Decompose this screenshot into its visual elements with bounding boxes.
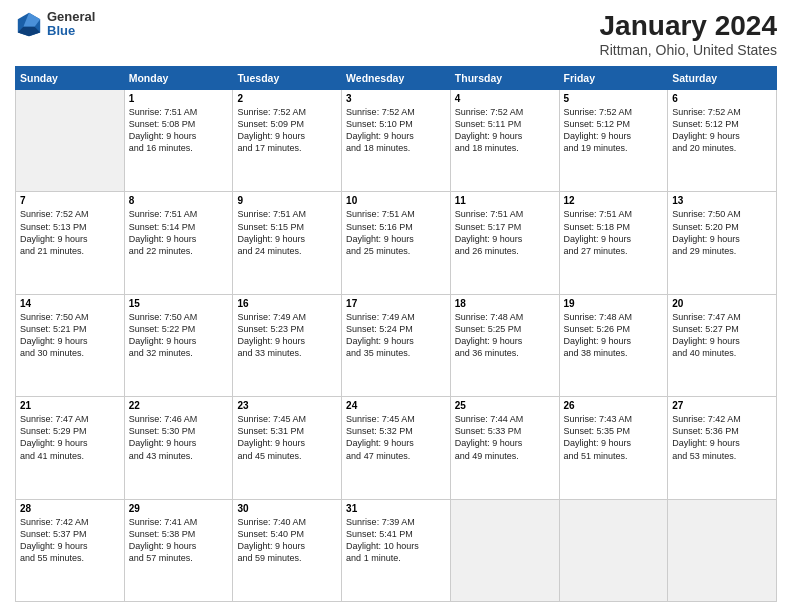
calendar-cell: 17Sunrise: 7:49 AM Sunset: 5:24 PM Dayli… — [342, 294, 451, 396]
calendar-table: Sunday Monday Tuesday Wednesday Thursday… — [15, 66, 777, 602]
header-monday: Monday — [124, 67, 233, 90]
day-info: Sunrise: 7:50 AM Sunset: 5:20 PM Dayligh… — [672, 208, 772, 257]
day-info: Sunrise: 7:48 AM Sunset: 5:26 PM Dayligh… — [564, 311, 664, 360]
header-friday: Friday — [559, 67, 668, 90]
day-number: 8 — [129, 195, 229, 206]
day-info: Sunrise: 7:51 AM Sunset: 5:18 PM Dayligh… — [564, 208, 664, 257]
day-info: Sunrise: 7:51 AM Sunset: 5:14 PM Dayligh… — [129, 208, 229, 257]
day-number: 17 — [346, 298, 446, 309]
day-info: Sunrise: 7:49 AM Sunset: 5:24 PM Dayligh… — [346, 311, 446, 360]
day-info: Sunrise: 7:41 AM Sunset: 5:38 PM Dayligh… — [129, 516, 229, 565]
day-number: 9 — [237, 195, 337, 206]
day-number: 1 — [129, 93, 229, 104]
week-row-2: 7Sunrise: 7:52 AM Sunset: 5:13 PM Daylig… — [16, 192, 777, 294]
calendar-cell — [450, 499, 559, 601]
calendar-cell: 23Sunrise: 7:45 AM Sunset: 5:31 PM Dayli… — [233, 397, 342, 499]
day-number: 12 — [564, 195, 664, 206]
day-number: 4 — [455, 93, 555, 104]
day-info: Sunrise: 7:52 AM Sunset: 5:12 PM Dayligh… — [672, 106, 772, 155]
day-info: Sunrise: 7:52 AM Sunset: 5:13 PM Dayligh… — [20, 208, 120, 257]
day-number: 14 — [20, 298, 120, 309]
day-info: Sunrise: 7:52 AM Sunset: 5:12 PM Dayligh… — [564, 106, 664, 155]
calendar-cell: 12Sunrise: 7:51 AM Sunset: 5:18 PM Dayli… — [559, 192, 668, 294]
day-number: 15 — [129, 298, 229, 309]
calendar-cell: 5Sunrise: 7:52 AM Sunset: 5:12 PM Daylig… — [559, 90, 668, 192]
day-info: Sunrise: 7:48 AM Sunset: 5:25 PM Dayligh… — [455, 311, 555, 360]
logo-icon — [15, 10, 43, 38]
day-info: Sunrise: 7:46 AM Sunset: 5:30 PM Dayligh… — [129, 413, 229, 462]
weekday-header-row: Sunday Monday Tuesday Wednesday Thursday… — [16, 67, 777, 90]
day-number: 11 — [455, 195, 555, 206]
calendar-cell: 6Sunrise: 7:52 AM Sunset: 5:12 PM Daylig… — [668, 90, 777, 192]
week-row-5: 28Sunrise: 7:42 AM Sunset: 5:37 PM Dayli… — [16, 499, 777, 601]
calendar-cell: 7Sunrise: 7:52 AM Sunset: 5:13 PM Daylig… — [16, 192, 125, 294]
day-info: Sunrise: 7:44 AM Sunset: 5:33 PM Dayligh… — [455, 413, 555, 462]
day-info: Sunrise: 7:42 AM Sunset: 5:36 PM Dayligh… — [672, 413, 772, 462]
calendar-cell: 30Sunrise: 7:40 AM Sunset: 5:40 PM Dayli… — [233, 499, 342, 601]
calendar-cell: 16Sunrise: 7:49 AM Sunset: 5:23 PM Dayli… — [233, 294, 342, 396]
day-number: 3 — [346, 93, 446, 104]
day-number: 2 — [237, 93, 337, 104]
calendar-cell: 25Sunrise: 7:44 AM Sunset: 5:33 PM Dayli… — [450, 397, 559, 499]
calendar-cell: 1Sunrise: 7:51 AM Sunset: 5:08 PM Daylig… — [124, 90, 233, 192]
day-info: Sunrise: 7:51 AM Sunset: 5:08 PM Dayligh… — [129, 106, 229, 155]
day-info: Sunrise: 7:52 AM Sunset: 5:10 PM Dayligh… — [346, 106, 446, 155]
day-number: 7 — [20, 195, 120, 206]
day-info: Sunrise: 7:49 AM Sunset: 5:23 PM Dayligh… — [237, 311, 337, 360]
day-info: Sunrise: 7:45 AM Sunset: 5:32 PM Dayligh… — [346, 413, 446, 462]
calendar-cell: 22Sunrise: 7:46 AM Sunset: 5:30 PM Dayli… — [124, 397, 233, 499]
header-wednesday: Wednesday — [342, 67, 451, 90]
day-info: Sunrise: 7:51 AM Sunset: 5:16 PM Dayligh… — [346, 208, 446, 257]
logo-blue: Blue — [47, 24, 95, 38]
calendar-cell: 15Sunrise: 7:50 AM Sunset: 5:22 PM Dayli… — [124, 294, 233, 396]
day-number: 5 — [564, 93, 664, 104]
day-number: 26 — [564, 400, 664, 411]
day-number: 20 — [672, 298, 772, 309]
day-number: 21 — [20, 400, 120, 411]
day-info: Sunrise: 7:52 AM Sunset: 5:09 PM Dayligh… — [237, 106, 337, 155]
calendar-cell: 3Sunrise: 7:52 AM Sunset: 5:10 PM Daylig… — [342, 90, 451, 192]
calendar-cell: 8Sunrise: 7:51 AM Sunset: 5:14 PM Daylig… — [124, 192, 233, 294]
calendar-cell: 9Sunrise: 7:51 AM Sunset: 5:15 PM Daylig… — [233, 192, 342, 294]
day-number: 16 — [237, 298, 337, 309]
day-info: Sunrise: 7:40 AM Sunset: 5:40 PM Dayligh… — [237, 516, 337, 565]
day-info: Sunrise: 7:45 AM Sunset: 5:31 PM Dayligh… — [237, 413, 337, 462]
day-info: Sunrise: 7:39 AM Sunset: 5:41 PM Dayligh… — [346, 516, 446, 565]
calendar-cell: 14Sunrise: 7:50 AM Sunset: 5:21 PM Dayli… — [16, 294, 125, 396]
calendar-cell: 11Sunrise: 7:51 AM Sunset: 5:17 PM Dayli… — [450, 192, 559, 294]
day-info: Sunrise: 7:51 AM Sunset: 5:15 PM Dayligh… — [237, 208, 337, 257]
day-number: 13 — [672, 195, 772, 206]
calendar-cell — [559, 499, 668, 601]
day-info: Sunrise: 7:52 AM Sunset: 5:11 PM Dayligh… — [455, 106, 555, 155]
day-info: Sunrise: 7:47 AM Sunset: 5:29 PM Dayligh… — [20, 413, 120, 462]
calendar-cell: 27Sunrise: 7:42 AM Sunset: 5:36 PM Dayli… — [668, 397, 777, 499]
calendar-title: January 2024 — [600, 10, 777, 42]
day-number: 25 — [455, 400, 555, 411]
calendar-cell: 21Sunrise: 7:47 AM Sunset: 5:29 PM Dayli… — [16, 397, 125, 499]
header-saturday: Saturday — [668, 67, 777, 90]
header-sunday: Sunday — [16, 67, 125, 90]
page-header: General Blue January 2024 Rittman, Ohio,… — [15, 10, 777, 58]
calendar-cell: 19Sunrise: 7:48 AM Sunset: 5:26 PM Dayli… — [559, 294, 668, 396]
calendar-cell: 31Sunrise: 7:39 AM Sunset: 5:41 PM Dayli… — [342, 499, 451, 601]
day-number: 28 — [20, 503, 120, 514]
calendar-cell — [668, 499, 777, 601]
day-number: 30 — [237, 503, 337, 514]
calendar-cell: 26Sunrise: 7:43 AM Sunset: 5:35 PM Dayli… — [559, 397, 668, 499]
day-info: Sunrise: 7:50 AM Sunset: 5:21 PM Dayligh… — [20, 311, 120, 360]
logo-general: General — [47, 10, 95, 24]
calendar-cell: 10Sunrise: 7:51 AM Sunset: 5:16 PM Dayli… — [342, 192, 451, 294]
calendar-cell: 2Sunrise: 7:52 AM Sunset: 5:09 PM Daylig… — [233, 90, 342, 192]
calendar-cell — [16, 90, 125, 192]
day-info: Sunrise: 7:50 AM Sunset: 5:22 PM Dayligh… — [129, 311, 229, 360]
calendar-cell: 28Sunrise: 7:42 AM Sunset: 5:37 PM Dayli… — [16, 499, 125, 601]
day-number: 24 — [346, 400, 446, 411]
day-number: 31 — [346, 503, 446, 514]
calendar-subtitle: Rittman, Ohio, United States — [600, 42, 777, 58]
calendar-cell: 4Sunrise: 7:52 AM Sunset: 5:11 PM Daylig… — [450, 90, 559, 192]
calendar-cell: 18Sunrise: 7:48 AM Sunset: 5:25 PM Dayli… — [450, 294, 559, 396]
day-number: 6 — [672, 93, 772, 104]
title-block: January 2024 Rittman, Ohio, United State… — [600, 10, 777, 58]
header-thursday: Thursday — [450, 67, 559, 90]
day-info: Sunrise: 7:47 AM Sunset: 5:27 PM Dayligh… — [672, 311, 772, 360]
